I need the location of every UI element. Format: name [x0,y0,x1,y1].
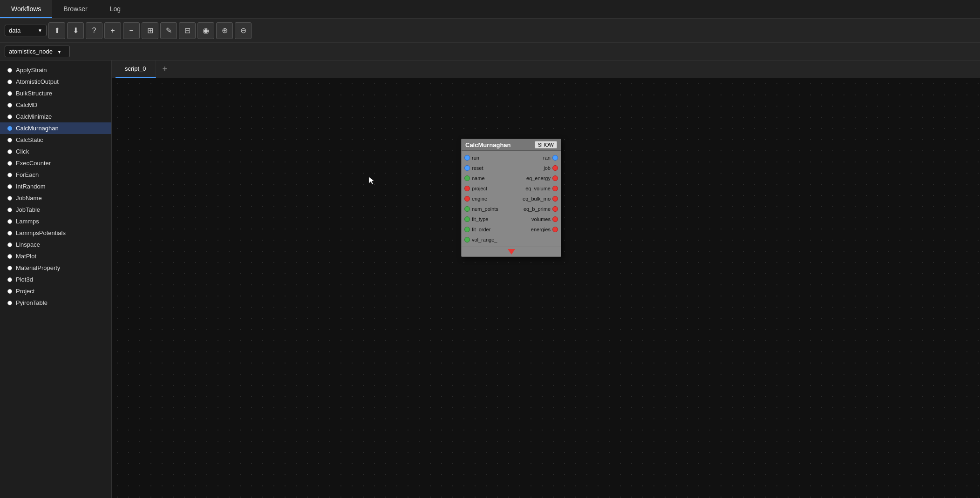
sidebar-item-ApplyStrain[interactable]: ApplyStrain [0,64,111,76]
dot-icon [7,149,12,154]
node-port-row-numpoints: num_points eq_b_prime [462,204,561,214]
dot-icon [7,173,12,177]
toolbar: data ▼ ⬆ ⬇ ? + − ⊞ ✎ ⊟ ◉ ⊕ ⊖ [0,19,980,43]
svg-marker-0 [369,177,374,184]
sidebar-item-Plot3d[interactable]: Plot3d [0,274,111,285]
tab-workflows[interactable]: Workflows [0,0,52,18]
dot-icon [7,161,12,166]
dot-icon [7,219,12,224]
sidebar-item-CalcMD[interactable]: CalcMD [0,99,111,111]
sidebar-item-Linspace[interactable]: Linspace [0,239,111,250]
canvas-tab-script0[interactable]: script_0 [116,61,156,78]
sidebar-item-AtomisticOutput[interactable]: AtomisticOutput [0,76,111,87]
upload-button[interactable]: ⬆ [48,22,65,39]
zoom-out-button[interactable]: ⊖ [235,22,252,39]
dot-icon [7,80,12,84]
port-ran-right-icon[interactable] [552,155,558,161]
node-calcmurnaghan[interactable]: CalcMurnaghan SHOW run ran [461,139,561,257]
tab-log[interactable]: Log [99,0,132,18]
tab-browser[interactable]: Browser [52,0,98,18]
dot-icon [7,103,12,108]
sidebar: ApplyStrain AtomisticOutput BulkStructur… [0,61,112,498]
dot-icon [7,138,12,142]
add-button[interactable]: + [104,22,121,39]
sidebar-item-BulkStructure[interactable]: BulkStructure [0,87,111,99]
sidebar-item-LammpsPotentials[interactable]: LammpsPotentials [0,227,111,239]
zoom-in-button[interactable]: ⊕ [216,22,233,39]
edit-button[interactable]: ✎ [160,22,177,39]
port-numpoints-left-icon[interactable] [464,206,470,212]
second-toolbar-row: atomistics_node ▼ [0,43,980,61]
node-port-row-reset: reset job [462,163,561,173]
dot-icon [7,254,12,259]
port-project-left-icon[interactable] [464,186,470,191]
node-port-row-name: name eq_energy [462,173,561,183]
port-run-left-icon[interactable] [464,155,470,161]
expand-button[interactable]: ⊞ [142,22,158,39]
remove-button[interactable]: − [123,22,140,39]
canvas-tabs: script_0 + [112,61,980,78]
port-volrange-left-icon[interactable] [464,237,470,242]
sidebar-item-IntRandom[interactable]: IntRandom [0,181,111,192]
node-ports: run ran reset jo [462,151,561,247]
sidebar-item-CalcMinimize[interactable]: CalcMinimize [0,111,111,122]
sidebar-item-PyironTable[interactable]: PyironTable [0,297,111,309]
title-bar: Workflows Browser Log [0,0,980,19]
port-eq-volume-right-icon[interactable] [552,186,558,191]
sidebar-item-CalcStatic[interactable]: CalcStatic [0,134,111,146]
node-show-button[interactable]: SHOW [535,141,557,148]
help-button[interactable]: ? [86,22,102,39]
sidebar-item-CalcMurnaghan[interactable]: CalcMurnaghan [0,122,111,134]
node-header: CalcMurnaghan SHOW [462,139,561,151]
port-fitorder-left-icon[interactable] [464,227,470,232]
node-port-row-volrange: vol_range_ [462,235,561,245]
port-energies-right-icon[interactable] [552,227,558,232]
node-port-row-engine: engine eq_bulk_mo [462,194,561,204]
node-expand-triangle-icon[interactable] [508,249,515,255]
canvas-workspace[interactable]: CalcMurnaghan SHOW run ran [112,78,980,498]
dot-icon [7,301,12,305]
cursor-pointer [368,176,377,187]
dot-icon [7,208,12,212]
canvas-area: script_0 + CalcMurnaghan SHOW [112,61,980,498]
port-reset-left-icon[interactable] [464,165,470,171]
sidebar-item-ExecCounter[interactable]: ExecCounter [0,157,111,169]
port-eq-energy-right-icon[interactable] [552,175,558,181]
node-port-row-fittype: fit_type volumes [462,214,561,224]
dropdown-chevron-icon: ▼ [38,28,42,33]
dot-icon [7,266,12,270]
sidebar-item-JobName[interactable]: JobName [0,192,111,204]
dot-icon [7,289,12,294]
port-job-right-icon[interactable] [552,165,558,171]
locate-button[interactable]: ◉ [197,22,214,39]
port-engine-left-icon[interactable] [464,196,470,202]
collapse-button[interactable]: ⊟ [179,22,196,39]
dot-icon [7,277,12,282]
sidebar-item-MaterialProperty[interactable]: MaterialProperty [0,262,111,274]
dot-icon [7,91,12,96]
download-button[interactable]: ⬇ [67,22,84,39]
port-fittype-left-icon[interactable] [464,216,470,222]
port-volumes-right-icon[interactable] [552,216,558,222]
dot-icon [7,68,12,73]
dot-icon [7,196,12,201]
dot-icon [7,242,12,247]
sidebar-item-Click[interactable]: Click [0,146,111,157]
dot-icon [7,114,12,119]
sidebar-item-MatPlot[interactable]: MatPlot [0,250,111,262]
sidebar-item-Lammps[interactable]: Lammps [0,215,111,227]
sidebar-item-Project[interactable]: Project [0,285,111,297]
port-eq-bulkmo-right-icon[interactable] [552,196,558,202]
sidebar-item-ForEach[interactable]: ForEach [0,169,111,181]
dot-icon [7,126,12,131]
data-dropdown[interactable]: data ▼ [5,25,47,36]
port-name-left-icon[interactable] [464,175,470,181]
sidebar-item-JobTable[interactable]: JobTable [0,204,111,215]
node-port-row-project: project eq_volume [462,183,561,194]
dot-icon [7,231,12,236]
canvas-tab-add[interactable]: + [156,61,174,78]
node-select-dropdown[interactable]: atomistics_node ▼ [5,46,70,57]
port-eq-bprime-right-icon[interactable] [552,206,558,212]
node-select-chevron-icon: ▼ [57,49,62,54]
dot-icon [7,184,12,189]
